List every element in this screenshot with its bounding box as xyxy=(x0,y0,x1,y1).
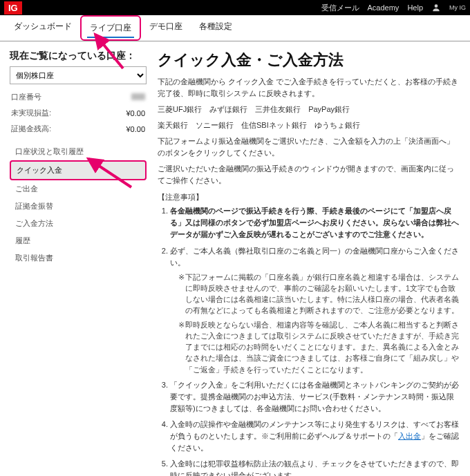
summary-value-acctno xyxy=(131,93,145,100)
intro-1: 下記の金融機関から クイック入金 でご入金手続きを行っていただくと、お客様の手続… xyxy=(158,76,460,99)
svg-point-0 xyxy=(435,4,438,8)
top-bar: IG 受信メール Academy Help My IG xyxy=(0,0,470,15)
top-link-help[interactable]: Help xyxy=(407,3,423,12)
account-summary: 口座番号 未実現損益: ¥0.00 証拠金残高: ¥0.00 xyxy=(10,88,147,137)
tab-settings[interactable]: 各種設定 xyxy=(191,15,241,41)
help-deposit-link[interactable]: 入出金 xyxy=(398,432,421,440)
notice-2-sub-2: 即時反映とならない場合、相違内容等を確認し、ご本人名義に相当すると判断されたご入… xyxy=(178,319,460,375)
notice-5: 入金時には犯罪収益移転防止法の観点より、チェックをさせていただきますので、即時に… xyxy=(170,458,460,476)
notice-3: 「クイック入金」をご利用いただくには各金融機関とネットバンキングのご契約が必要で… xyxy=(170,379,460,415)
notice-4: 入金時の誤操作や金融機関のメンテナンス等により発生するリスクは、すべてお客様が負… xyxy=(170,419,460,454)
top-link-mail[interactable]: 受信メール xyxy=(321,3,359,13)
sidenav-item-withdraw[interactable]: ご出金 xyxy=(10,180,147,198)
top-link-academy[interactable]: Academy xyxy=(368,3,400,12)
sidenav-item-quick-deposit[interactable]: クイック入金 xyxy=(10,160,147,180)
sidebar: 現在ご覧になっている口座： 個別株口座 口座番号 未実現損益: ¥0.00 証拠… xyxy=(10,50,147,476)
page-title: クイック入金・ご入金方法 xyxy=(158,50,460,70)
my-ig-link[interactable]: My IG xyxy=(449,4,466,11)
summary-value-pl: ¥0.00 xyxy=(102,106,145,120)
main-content: クイック入金・ご入金方法 下記の金融機関から クイック入金 でご入金手続きを行っ… xyxy=(158,50,460,476)
sidebar-title: 現在ご覧になっている口座： xyxy=(10,50,147,62)
notice-2-sub-1: 下記フォームに掲載の「口座名義」が銀行口座名義と相違する場合は、システムに即時反… xyxy=(178,272,460,316)
intro-2: 下記フォームより振込金融機関をご選択いただき、ご入金額を入力の上「決済画面へ」の… xyxy=(158,135,460,159)
tab-demo-account[interactable]: デモ口座 xyxy=(141,15,191,41)
brand-logo: IG xyxy=(4,1,22,15)
sidebar-nav: 口座状況と取引履歴 クイック入金 ご出金 証拠金振替 ご入金方法 履歴 取引報告… xyxy=(10,143,147,267)
summary-value-balance: ¥0.00 xyxy=(102,122,145,136)
notice-2: 必ず、ご本人名義（弊社取引口座のご名義と同一）の金融機関口座からご入金ください。… xyxy=(170,245,460,375)
bank-list-2: 楽天銀行 ソニー銀行 住信SBIネット銀行 ゆうちょ銀行 xyxy=(158,120,460,131)
sidenav-item-status[interactable]: 口座状況と取引履歴 xyxy=(10,143,147,160)
main-tabs: ダッシュボード ライブ口座 デモ口座 各種設定 xyxy=(0,15,470,41)
notice-1: 各金融機関のページで振込手続きを行う際、手続き最後のページにて「加盟店へ戻る」又… xyxy=(170,205,460,240)
summary-label-balance: 証拠金残高: xyxy=(11,122,101,136)
sidenav-item-reports[interactable]: 取引報告書 xyxy=(10,249,147,267)
avatar-icon[interactable] xyxy=(431,3,441,12)
summary-label-pl: 未実現損益: xyxy=(11,106,101,120)
account-select[interactable]: 個別株口座 xyxy=(10,66,147,84)
tab-dashboard[interactable]: ダッシュボード xyxy=(6,15,80,41)
notice-list: 各金融機関のページで振込手続きを行う際、手続き最後のページにて「加盟店へ戻る」又… xyxy=(158,205,460,476)
summary-label-acctno: 口座番号 xyxy=(11,90,101,104)
sidenav-item-deposit-method[interactable]: ご入金方法 xyxy=(10,215,147,232)
sidenav-item-transfer[interactable]: 証拠金振替 xyxy=(10,198,147,215)
bank-list-1: 三菱UFJ銀行 みずほ銀行 三井住友銀行 PayPay銀行 xyxy=(158,104,460,115)
notice-header: 【注意事項】 xyxy=(158,192,460,202)
sidenav-item-history[interactable]: 履歴 xyxy=(10,232,147,249)
intro-3: ご選択いただいた金融機関の振込手続きのウィンドウが開きますので、画面案内に従って… xyxy=(158,163,460,187)
tab-live-account[interactable]: ライブ口座 xyxy=(80,15,141,41)
